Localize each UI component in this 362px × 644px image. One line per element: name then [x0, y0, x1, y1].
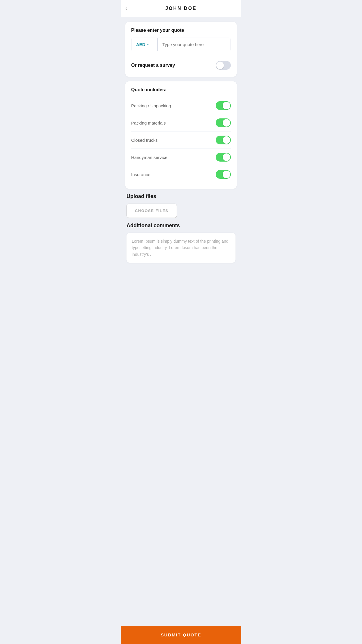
quote-section-title: Please enter your quote	[131, 28, 231, 33]
packing-materials-label: Packing materials	[131, 120, 166, 125]
quote-includes-card: Quote includes: Packing / Unpacking Pack…	[125, 81, 237, 189]
back-button[interactable]: ‹	[125, 5, 127, 12]
handyman-service-label: Handyman service	[131, 155, 167, 160]
quote-card: Please enter your quote AED ▾ Or request…	[125, 22, 237, 77]
survey-toggle[interactable]	[216, 61, 231, 70]
comments-title: Additional comments	[126, 223, 236, 229]
packing-unpacking-label: Packing / Unpacking	[131, 103, 171, 108]
packing-materials-row: Packing materials	[131, 114, 231, 132]
insurance-row: Insurance	[131, 166, 231, 183]
chevron-down-icon: ▾	[147, 43, 149, 46]
survey-toggle-slider	[216, 61, 231, 70]
comments-section: Additional comments Lorem Ipsum is simpl…	[125, 223, 237, 263]
handyman-service-row: Handyman service	[131, 149, 231, 166]
main-content: Please enter your quote AED ▾ Or request…	[121, 17, 241, 295]
insurance-toggle[interactable]	[216, 170, 231, 179]
closed-trucks-toggle[interactable]	[216, 136, 231, 144]
upload-title: Upload files	[126, 193, 236, 200]
insurance-label: Insurance	[131, 172, 150, 177]
survey-row: Or request a survey	[131, 56, 231, 71]
upload-section: Upload files CHOOSE FILES	[125, 193, 237, 218]
currency-selector[interactable]: AED ▾	[131, 38, 158, 51]
quote-input[interactable]	[158, 38, 231, 51]
quote-includes-title: Quote includes:	[131, 87, 231, 92]
packing-unpacking-toggle[interactable]	[216, 101, 231, 110]
bottom-spacer	[125, 267, 237, 291]
choose-files-button[interactable]: CHOOSE FILES	[126, 204, 177, 218]
currency-label: AED	[136, 42, 145, 47]
closed-trucks-row: Closed trucks	[131, 132, 231, 149]
closed-trucks-label: Closed trucks	[131, 138, 158, 143]
comments-placeholder-text: Lorem Ipsum is simply dummy text of the …	[132, 238, 230, 258]
header: ‹ JOHN DOE	[121, 0, 241, 17]
page-title: JOHN DOE	[165, 6, 197, 11]
survey-label: Or request a survey	[131, 63, 175, 68]
comments-card[interactable]: Lorem Ipsum is simply dummy text of the …	[126, 233, 236, 263]
packing-materials-toggle[interactable]	[216, 118, 231, 127]
quote-input-row: AED ▾	[131, 38, 231, 51]
packing-unpacking-row: Packing / Unpacking	[131, 97, 231, 114]
handyman-service-toggle[interactable]	[216, 153, 231, 162]
